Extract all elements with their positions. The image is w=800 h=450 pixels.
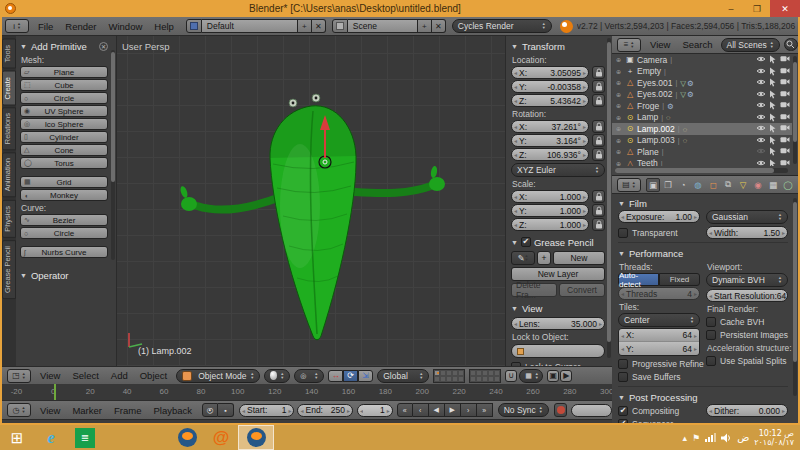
add-mesh-button[interactable]: ◉ UV Sphere [20, 105, 108, 117]
renderable-camera-icon[interactable] [779, 78, 790, 87]
viewport-menu-item[interactable]: View [40, 370, 60, 381]
layout-name-field[interactable]: Default [202, 19, 298, 33]
visibility-eye-icon[interactable] [755, 136, 766, 145]
selectable-cursor-icon[interactable] [767, 159, 778, 166]
keying-set-field[interactable] [571, 404, 612, 417]
progressive-refine-checkbox[interactable] [618, 359, 628, 369]
outliner-row[interactable]: ⊕ ⊙ Lamp.003 | ◌ [612, 135, 792, 147]
add-mesh-button[interactable]: ▱ Plane [20, 66, 108, 78]
add-mesh-button[interactable]: ▯ Cylinder [20, 131, 108, 143]
transform-orientation-dropdown[interactable]: Global [377, 369, 429, 383]
keyingset-lock-icon[interactable]: ▪ [218, 403, 234, 417]
lock-object-field[interactable] [511, 344, 605, 358]
spatial-splits-checkbox[interactable] [706, 356, 716, 366]
add-curve-button[interactable]: ○ Circle [20, 227, 108, 239]
scale-field[interactable]: Y:1.000 [511, 204, 589, 217]
lock-icon[interactable] [592, 80, 605, 93]
timeline-menu-item[interactable]: Playback [153, 405, 192, 416]
film-panel-header[interactable]: Film [618, 196, 788, 210]
expand-icon[interactable]: ⊕ [616, 160, 623, 166]
start-resolution-field[interactable]: Start Resolution:64 [706, 289, 788, 302]
selectable-cursor-icon[interactable] [767, 55, 778, 64]
outliner-row[interactable]: ⊕ △ Eyes.002 | ▽⚙ [612, 89, 792, 101]
object-name[interactable]: Eyes.002 [637, 89, 672, 99]
object-name[interactable]: Teeth [637, 158, 658, 166]
tool-shelf-tab[interactable]: Animation [2, 152, 16, 197]
compositing-checkbox[interactable] [618, 406, 628, 416]
editor-type-properties-button[interactable]: ▤ [617, 178, 641, 192]
visibility-eye-icon[interactable] [755, 67, 766, 76]
n-panel-scrollbar[interactable] [607, 38, 611, 358]
add-mesh-button[interactable]: ◖ Monkey [20, 189, 108, 201]
outliner-display-dropdown[interactable]: All Scenes [721, 38, 780, 52]
add-mesh-button[interactable]: ○ Circle [20, 92, 108, 104]
layers-grid-2[interactable] [469, 369, 501, 383]
location-field[interactable]: X:3.05095 [511, 66, 589, 79]
volume-icon[interactable] [721, 433, 732, 443]
start-frame-field[interactable]: Start:1 [239, 404, 294, 417]
render-opengl-anim-icon[interactable]: ▶ [560, 370, 572, 382]
editor-type-timeline-button[interactable]: ◷ [7, 403, 31, 417]
playback-button[interactable]: › [461, 403, 477, 417]
outliner-menu-item[interactable]: Search [682, 39, 712, 50]
visibility-eye-icon[interactable] [755, 159, 766, 166]
renderable-camera-icon[interactable] [779, 113, 790, 122]
rotation-mode-dropdown[interactable]: XYZ Euler [511, 163, 605, 177]
renderable-camera-icon[interactable] [779, 101, 790, 110]
editor-type-info-button[interactable]: i [5, 19, 29, 33]
selectable-cursor-icon[interactable] [767, 67, 778, 76]
properties-scrollbar[interactable] [793, 198, 797, 396]
close-button[interactable]: ✕ [770, 0, 800, 17]
visibility-eye-icon[interactable] [755, 101, 766, 110]
outliner-search-field[interactable] [784, 38, 798, 51]
location-field[interactable]: Z:5.43642 [511, 94, 589, 107]
outliner-row[interactable]: ⊕ △ Teeth | [612, 158, 792, 167]
outliner-row[interactable]: ⊕ ▣ Camera | [612, 54, 792, 66]
operator-panel-header[interactable]: Operator [20, 268, 108, 282]
tool-shelf-tab[interactable]: Grease Pencil [2, 240, 16, 299]
outliner-row[interactable]: ⊕ △ Eyes.001 | ▽⚙ [612, 77, 792, 89]
delete-scene-button[interactable]: ✕ [432, 19, 446, 33]
snap-magnet-icon[interactable]: ∪ [505, 370, 517, 382]
add-layout-button[interactable]: + [298, 19, 312, 33]
persistent-images-checkbox[interactable] [706, 330, 716, 340]
fixed-button[interactable]: Fixed [659, 273, 700, 286]
taskbar-icon[interactable]: e [34, 425, 68, 450]
tool-shelf-tab[interactable]: Tools [2, 39, 16, 69]
taskbar-icon[interactable]: ≣ [68, 425, 102, 450]
object-name[interactable]: Froge [637, 101, 659, 111]
panel-close-icon[interactable]: ✕ [99, 42, 108, 51]
properties-tab-icon[interactable]: ▦ [766, 178, 780, 192]
visibility-eye-icon[interactable] [755, 90, 766, 99]
frog-character[interactable] [117, 36, 505, 366]
lock-icon[interactable] [592, 148, 605, 161]
network-icon[interactable] [705, 433, 716, 442]
tool-shelf-tab[interactable]: Physics [2, 200, 16, 238]
dither-field[interactable]: Dither:0.000 [706, 404, 788, 417]
add-scene-button[interactable]: + [418, 19, 432, 33]
layers-grid[interactable] [433, 369, 465, 383]
selectable-cursor-icon[interactable] [767, 147, 778, 156]
gp-convert-button[interactable]: Convert [559, 283, 605, 297]
lock-icon[interactable] [592, 204, 605, 217]
viewport-menu-item[interactable]: Add [111, 370, 128, 381]
tool-shelf-scrollbar[interactable] [111, 50, 115, 260]
properties-tab-icon[interactable]: ◔ [676, 178, 690, 192]
end-frame-field[interactable]: End:250 [297, 404, 352, 417]
expand-icon[interactable]: ⊕ [616, 102, 623, 109]
taskbar-icon[interactable]: ⊞ [0, 425, 34, 450]
selectable-cursor-icon[interactable] [767, 113, 778, 122]
expand-icon[interactable]: ⊕ [616, 56, 623, 63]
layout-icon[interactable] [186, 19, 202, 33]
timeline-menu-item[interactable]: Marker [72, 405, 102, 416]
visibility-eye-icon[interactable] [755, 147, 766, 156]
properties-tab-icon[interactable]: ▣ [646, 178, 660, 192]
outliner-vscrollbar[interactable] [793, 56, 797, 164]
playback-button[interactable]: ‹ [413, 403, 429, 417]
playback-button[interactable]: ▶ [445, 403, 461, 417]
outliner-row[interactable]: ⊕ △ Plane | [612, 146, 792, 158]
object-name[interactable]: Empty [637, 66, 661, 76]
object-name[interactable]: Lamp.003 [637, 135, 675, 145]
outliner-row[interactable]: ⊕ △ Froge | ⚙ [612, 100, 792, 112]
tile-y-field[interactable]: Y:64 [619, 342, 699, 355]
